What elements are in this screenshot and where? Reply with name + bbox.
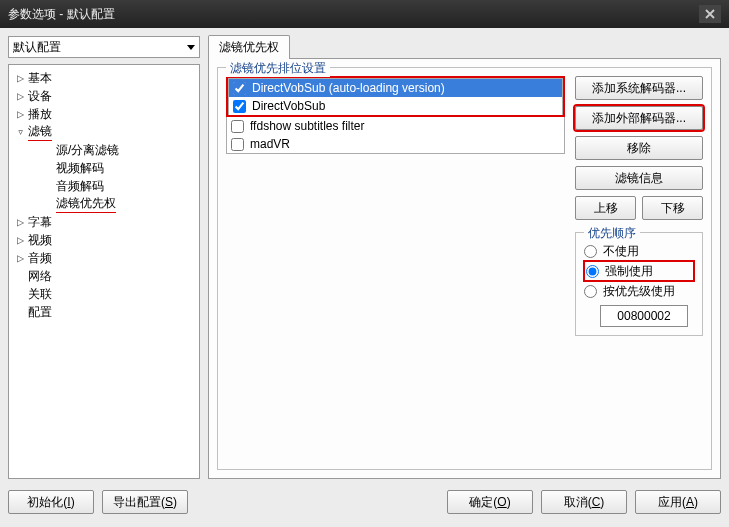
- filter-label: madVR: [250, 137, 290, 151]
- tree-node[interactable]: ▷音频: [9, 249, 199, 267]
- category-tree[interactable]: ▷基本▷设备▷播放▿滤镜源/分离滤镜视频解码音频解码滤镜优先权▷字幕▷视频▷音频…: [8, 64, 200, 479]
- filter-list-rest[interactable]: ffdshow subtitles filtermadVR: [226, 117, 565, 154]
- tree-label: 音频解码: [56, 178, 104, 195]
- fieldset-legend: 滤镜优先排位设置: [226, 60, 330, 77]
- filter-list[interactable]: DirectVobSub (auto-loading version)Direc…: [228, 78, 563, 115]
- dialog-button-bar: 初始化(I) 导出配置(S) 确定(O) 取消(C) 应用(A): [8, 485, 721, 519]
- window-title: 参数选项 - 默认配置: [8, 6, 115, 23]
- filter-info-button[interactable]: 滤镜信息: [575, 166, 703, 190]
- preset-value: 默认配置: [13, 39, 61, 56]
- tree-label: 网络: [28, 268, 52, 285]
- tree-node[interactable]: ▷设备: [9, 87, 199, 105]
- apply-button[interactable]: 应用(A): [635, 490, 721, 514]
- filter-checkbox[interactable]: [233, 100, 246, 113]
- tree-node[interactable]: 视频解码: [9, 159, 199, 177]
- tree-node[interactable]: 网络: [9, 267, 199, 285]
- tree-label: 字幕: [28, 214, 52, 231]
- tab-panel: 滤镜优先排位设置 DirectVobSub (auto-loading vers…: [208, 58, 721, 479]
- priority-order-group: 优先顺序 不使用 强制使用: [575, 232, 703, 336]
- tree-label: 音频: [28, 250, 52, 267]
- highlighted-filter-frame: DirectVobSub (auto-loading version)Direc…: [226, 76, 565, 117]
- tree-node[interactable]: 源/分离滤镜: [9, 141, 199, 159]
- tab-filter-priority[interactable]: 滤镜优先权: [208, 35, 290, 59]
- tree-label: 设备: [28, 88, 52, 105]
- tree-twisty-icon: ▷: [15, 89, 26, 103]
- filter-row[interactable]: ffdshow subtitles filter: [227, 117, 564, 135]
- move-up-button[interactable]: 上移: [575, 196, 636, 220]
- tree-label: 滤镜: [28, 123, 52, 141]
- filter-label: ffdshow subtitles filter: [250, 119, 365, 133]
- cancel-button[interactable]: 取消(C): [541, 490, 627, 514]
- export-config-button[interactable]: 导出配置(S): [102, 490, 188, 514]
- preset-select[interactable]: 默认配置: [8, 36, 200, 58]
- filter-checkbox[interactable]: [231, 120, 244, 133]
- move-down-button[interactable]: 下移: [642, 196, 703, 220]
- add-system-decoder-button[interactable]: 添加系统解码器...: [575, 76, 703, 100]
- tree-label: 源/分离滤镜: [56, 142, 119, 159]
- radio-force[interactable]: [586, 265, 599, 278]
- tree-node[interactable]: ▷基本: [9, 69, 199, 87]
- filter-checkbox[interactable]: [233, 82, 246, 95]
- remove-button[interactable]: 移除: [575, 136, 703, 160]
- priority-radio-force[interactable]: 强制使用: [584, 261, 694, 281]
- tree-label: 视频: [28, 232, 52, 249]
- ok-button[interactable]: 确定(O): [447, 490, 533, 514]
- tree-twisty-icon: ▿: [15, 125, 26, 139]
- tree-label: 基本: [28, 70, 52, 87]
- chevron-down-icon: [187, 45, 195, 50]
- add-external-decoder-button[interactable]: 添加外部解码器...: [575, 106, 703, 130]
- tree-label: 滤镜优先权: [56, 195, 116, 213]
- tree-node[interactable]: ▿滤镜: [9, 123, 199, 141]
- title-bar: 参数选项 - 默认配置: [0, 0, 729, 28]
- priority-legend: 优先顺序: [584, 225, 640, 242]
- close-icon: [705, 9, 715, 19]
- tree-twisty-icon: ▷: [15, 71, 26, 85]
- tree-label: 配置: [28, 304, 52, 321]
- tree-node[interactable]: ▷视频: [9, 231, 199, 249]
- priority-radio-bylevel[interactable]: 按优先级使用: [584, 281, 694, 301]
- radio-bylevel[interactable]: [584, 285, 597, 298]
- tree-twisty-icon: ▷: [15, 107, 26, 121]
- tree-twisty-icon: ▷: [15, 233, 26, 247]
- tree-node[interactable]: 配置: [9, 303, 199, 321]
- tree-node[interactable]: 音频解码: [9, 177, 199, 195]
- tree-label: 播放: [28, 106, 52, 123]
- tab-bar: 滤镜优先权: [208, 36, 721, 58]
- filter-row[interactable]: madVR: [227, 135, 564, 153]
- filter-row[interactable]: DirectVobSub (auto-loading version): [229, 79, 562, 97]
- tree-twisty-icon: ▷: [15, 251, 26, 265]
- filter-row[interactable]: DirectVobSub: [229, 97, 562, 115]
- tree-twisty-icon: ▷: [15, 215, 26, 229]
- tree-label: 视频解码: [56, 160, 104, 177]
- initialize-button[interactable]: 初始化(I): [8, 490, 94, 514]
- tree-node[interactable]: 关联: [9, 285, 199, 303]
- priority-radio-none[interactable]: 不使用: [584, 241, 694, 261]
- priority-value-input[interactable]: 00800002: [600, 305, 688, 327]
- tree-node[interactable]: ▷字幕: [9, 213, 199, 231]
- filter-checkbox[interactable]: [231, 138, 244, 151]
- filter-label: DirectVobSub (auto-loading version): [252, 81, 445, 95]
- tree-node[interactable]: ▷播放: [9, 105, 199, 123]
- tree-node[interactable]: 滤镜优先权: [9, 195, 199, 213]
- radio-none[interactable]: [584, 245, 597, 258]
- tree-label: 关联: [28, 286, 52, 303]
- filter-priority-fieldset: 滤镜优先排位设置 DirectVobSub (auto-loading vers…: [217, 67, 712, 470]
- filter-label: DirectVobSub: [252, 99, 325, 113]
- close-button[interactable]: [699, 5, 721, 23]
